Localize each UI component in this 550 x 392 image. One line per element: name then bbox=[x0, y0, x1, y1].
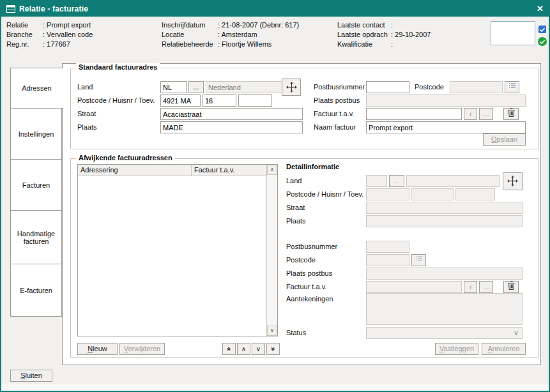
info-button: i bbox=[464, 108, 477, 120]
titlebar[interactable]: Relatie - facturatie ✕ bbox=[1, 1, 549, 17]
detail-factuur-tav-label: Factuur t.a.v. bbox=[286, 283, 326, 290]
relatie-facturatie-dialog: Relatie - facturatie ✕ Relatie : Prompt … bbox=[0, 0, 550, 392]
header-row: Branche : Vervallen code bbox=[6, 30, 93, 40]
plaats-input[interactable] bbox=[160, 121, 303, 133]
photo-placeholder bbox=[491, 21, 535, 45]
land-code-input[interactable] bbox=[160, 81, 187, 93]
header-col-relatie: Relatie : Prompt export Branche : Verval… bbox=[6, 20, 93, 49]
postbusnummer-input[interactable] bbox=[366, 81, 409, 93]
opslaan-button: Opslaan bbox=[483, 133, 526, 146]
move-down-button[interactable]: ∨ bbox=[252, 343, 265, 355]
detail-land-label: Land bbox=[286, 177, 302, 185]
huisnr-input[interactable] bbox=[202, 94, 236, 107]
header-label: Laatste contact bbox=[337, 20, 391, 30]
list-icon bbox=[415, 255, 423, 262]
straat-input[interactable] bbox=[160, 108, 303, 120]
detail-info-button: i bbox=[464, 281, 477, 293]
group-title: Standaard factuuradres bbox=[76, 63, 160, 71]
window-title: Relatie - facturatie bbox=[19, 4, 88, 13]
header-row: Kwalificatie : bbox=[337, 40, 431, 49]
sluiten-button[interactable]: Sluiten bbox=[10, 370, 52, 382]
afwijkende-factuuradressen-group: Afwijkende factuuradressen Adressering F… bbox=[70, 158, 539, 358]
bottom-strip bbox=[1, 384, 549, 391]
verwijderen-button: Verwijderen bbox=[119, 343, 165, 355]
address-list-body[interactable] bbox=[78, 176, 266, 336]
postcode2-field bbox=[450, 81, 503, 93]
trash-icon bbox=[508, 282, 515, 290]
delete-tav-button[interactable] bbox=[503, 108, 519, 120]
detail-postcode2-field bbox=[366, 254, 409, 266]
detail-delete-tav-button[interactable] bbox=[503, 281, 519, 293]
detail-aantekeningen-field bbox=[366, 293, 523, 325]
land-browse-button[interactable]: ... bbox=[188, 81, 204, 93]
tab-label: E-facturen bbox=[20, 287, 52, 294]
detail-pan-button[interactable] bbox=[503, 172, 523, 190]
tab-instellingen[interactable]: Instellingen bbox=[10, 108, 62, 160]
detail-status-label: Status bbox=[286, 329, 306, 336]
tab-adressen[interactable]: Adressen bbox=[10, 68, 63, 109]
header-row: Laatste contact : bbox=[337, 20, 431, 30]
blue-checkbox-icon[interactable] bbox=[539, 26, 546, 33]
move-bottom-button[interactable]: » bbox=[266, 343, 280, 355]
list-icon bbox=[508, 82, 516, 89]
scroll-up-button[interactable]: ∧ bbox=[267, 165, 277, 175]
detail-plaats-label: Plaats bbox=[286, 217, 306, 225]
nieuw-button[interactable]: Nieuw bbox=[77, 343, 118, 355]
detail-straat-label: Straat bbox=[286, 204, 305, 211]
plaats-label: Plaats bbox=[77, 123, 97, 131]
pan-icon bbox=[286, 82, 297, 93]
postcode-input[interactable] bbox=[160, 94, 201, 107]
detail-straat-field bbox=[366, 202, 523, 214]
postbusnummer-label: Postbusnummer bbox=[314, 83, 365, 91]
table-scrollbar[interactable]: ∧ ∨ bbox=[266, 165, 277, 336]
tab-facturen[interactable]: Facturen bbox=[10, 159, 62, 211]
tab-e-facturen[interactable]: E-facturen bbox=[10, 264, 62, 317]
straat-label: Straat bbox=[77, 110, 96, 117]
column-header-factuur-tav[interactable]: Factuur t.a.v. bbox=[192, 165, 266, 176]
factuur-tav-browse-button: ... bbox=[479, 108, 493, 120]
header-label: Inschrijfdatum bbox=[162, 20, 218, 30]
detail-huisnr-field bbox=[411, 188, 454, 200]
header-col-inschrijf: Inschrijfdatum : 21-08-2007 (Debnr: 617)… bbox=[162, 20, 299, 49]
content-panel: Standaard factuuradres Land ... Postcode… bbox=[62, 63, 541, 365]
detail-toevoeging-field bbox=[455, 188, 495, 200]
header-label: Kwalificatie bbox=[337, 40, 391, 49]
header-value: : bbox=[391, 40, 393, 49]
tab-label: Instellingen bbox=[19, 130, 54, 138]
postcode-huisnr-label: Postcode / Huisnr / Toev. bbox=[77, 96, 155, 104]
header-label: Reg.nr. bbox=[6, 40, 43, 49]
land-name-field bbox=[206, 81, 284, 93]
pan-button[interactable] bbox=[282, 79, 301, 96]
address-list[interactable]: Adressering Factuur t.a.v. ∧ ∨ bbox=[77, 164, 278, 336]
naam-factuur-label: Naam factuur bbox=[314, 123, 356, 131]
postcode2-label: Postcode bbox=[415, 83, 444, 91]
group-title: Afwijkende factuuradressen bbox=[76, 154, 175, 162]
postcode-lookup-button[interactable] bbox=[505, 81, 519, 93]
header-value: : Amsterdam bbox=[218, 30, 257, 40]
header-value: : 21-08-2007 (Debnr: 617) bbox=[218, 20, 299, 30]
toevoeging-input[interactable] bbox=[238, 94, 272, 107]
close-button[interactable]: ✕ bbox=[537, 1, 544, 17]
scroll-down-button[interactable]: ∨ bbox=[267, 326, 277, 336]
annuleren-button: Annuleren bbox=[482, 343, 526, 355]
detail-postcode-huisnr-label: Postcode / Huisnr / Toev. bbox=[286, 190, 363, 198]
header-value: : Prompt export bbox=[43, 20, 91, 30]
move-top-button[interactable]: « bbox=[222, 343, 236, 355]
move-up-button[interactable]: ∧ bbox=[237, 343, 250, 355]
double-chevron-down-icon: » bbox=[268, 347, 279, 351]
chevron-down-icon: ∨ bbox=[514, 329, 519, 337]
detail-postcode-field bbox=[366, 188, 409, 200]
address-list-header: Adressering Factuur t.a.v. bbox=[78, 165, 266, 176]
trash-icon bbox=[508, 109, 515, 117]
column-header-adressering[interactable]: Adressering bbox=[78, 165, 192, 176]
detail-postcode-lookup-button bbox=[411, 254, 426, 266]
header-row: Relatiebeheerde : Floortje Willems bbox=[162, 40, 299, 49]
detail-plaats-postbus-field bbox=[366, 268, 523, 280]
tab-handmatige-facturen[interactable]: Handmatige facturen bbox=[10, 210, 62, 264]
factuur-tav-input[interactable] bbox=[366, 108, 462, 120]
naam-factuur-input[interactable] bbox=[366, 121, 526, 133]
detail-plaats-field bbox=[366, 215, 523, 227]
header-row: Reg.nr. : 177667 bbox=[6, 40, 93, 49]
header-label: Branche bbox=[6, 30, 43, 40]
window-icon bbox=[6, 5, 15, 13]
